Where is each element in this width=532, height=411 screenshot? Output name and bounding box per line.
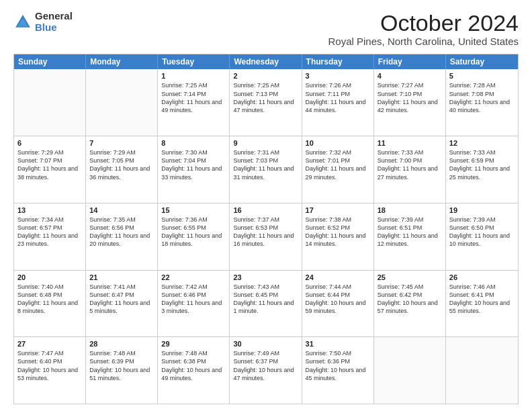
calendar-row: 20Sunrise: 7:40 AMSunset: 6:48 PMDayligh… [14,270,518,337]
day-number: 9 [233,139,298,147]
day-number: 26 [449,273,515,281]
calendar-cell: 24Sunrise: 7:44 AMSunset: 6:44 PMDayligh… [302,271,374,337]
calendar-cell: 28Sunrise: 7:48 AMSunset: 6:39 PMDayligh… [86,337,158,404]
day-number: 4 [378,72,442,80]
logo-general: General [35,11,73,22]
logo-blue: Blue [35,22,73,34]
cell-info: Sunrise: 7:33 AMSunset: 7:00 PMDaylight:… [378,148,442,181]
day-number: 27 [17,340,82,348]
calendar-cell: 11Sunrise: 7:33 AMSunset: 7:00 PMDayligh… [374,136,446,203]
cell-info: Sunrise: 7:40 AMSunset: 6:48 PMDaylight:… [17,283,82,316]
day-number: 16 [233,206,298,214]
calendar-cell: 31Sunrise: 7:50 AMSunset: 6:36 PMDayligh… [302,337,374,404]
day-number: 3 [306,72,370,80]
calendar-cell: 4Sunrise: 7:27 AMSunset: 7:10 PMDaylight… [374,69,446,136]
cell-info: Sunrise: 7:38 AMSunset: 6:52 PMDaylight:… [306,216,370,248]
calendar-cell: 18Sunrise: 7:39 AMSunset: 6:51 PMDayligh… [374,203,446,270]
calendar-cell [86,69,158,136]
day-number: 31 [306,340,370,348]
cell-info: Sunrise: 7:30 AMSunset: 7:04 PMDaylight:… [161,148,226,181]
day-number: 25 [378,273,442,281]
calendar-row: 6Sunrise: 7:29 AMSunset: 7:07 PMDaylight… [14,136,518,203]
calendar-cell: 21Sunrise: 7:41 AMSunset: 6:47 PMDayligh… [86,271,158,337]
calendar-cell: 15Sunrise: 7:36 AMSunset: 6:55 PMDayligh… [158,203,230,270]
calendar-cell [374,337,446,404]
calendar-header-cell: Friday [374,54,446,69]
day-number: 29 [161,340,226,348]
day-number: 5 [449,72,515,80]
day-number: 28 [89,340,154,348]
cell-info: Sunrise: 7:29 AMSunset: 7:05 PMDaylight:… [89,148,154,181]
day-number: 17 [306,206,370,214]
cell-info: Sunrise: 7:39 AMSunset: 6:51 PMDaylight:… [378,216,442,248]
day-number: 2 [233,72,298,80]
cell-info: Sunrise: 7:48 AMSunset: 6:38 PMDaylight:… [161,349,226,382]
calendar-cell: 1Sunrise: 7:25 AMSunset: 7:14 PMDaylight… [158,69,230,136]
cell-info: Sunrise: 7:32 AMSunset: 7:01 PMDaylight:… [306,148,370,181]
calendar-row: 13Sunrise: 7:34 AMSunset: 6:57 PMDayligh… [14,203,518,270]
header: General Blue October 2024 Royal Pines, N… [13,11,519,47]
calendar-header-cell: Sunday [14,54,86,69]
day-number: 11 [378,139,442,147]
cell-info: Sunrise: 7:33 AMSunset: 6:59 PMDaylight:… [449,148,515,181]
cell-info: Sunrise: 7:34 AMSunset: 6:57 PMDaylight:… [17,216,82,248]
cell-info: Sunrise: 7:25 AMSunset: 7:14 PMDaylight:… [161,81,226,114]
calendar-cell: 9Sunrise: 7:31 AMSunset: 7:03 PMDaylight… [230,136,302,203]
calendar-cell: 7Sunrise: 7:29 AMSunset: 7:05 PMDaylight… [86,136,158,203]
calendar-cell: 20Sunrise: 7:40 AMSunset: 6:48 PMDayligh… [14,271,86,337]
calendar-cell: 27Sunrise: 7:47 AMSunset: 6:40 PMDayligh… [14,337,86,404]
day-number: 14 [89,206,154,214]
calendar-header-cell: Saturday [446,54,518,69]
day-number: 21 [89,273,154,281]
cell-info: Sunrise: 7:47 AMSunset: 6:40 PMDaylight:… [17,349,82,382]
cell-info: Sunrise: 7:44 AMSunset: 6:44 PMDaylight:… [306,283,370,316]
calendar-header-cell: Wednesday [230,54,302,69]
cell-info: Sunrise: 7:31 AMSunset: 7:03 PMDaylight:… [233,148,298,181]
calendar-cell: 26Sunrise: 7:46 AMSunset: 6:41 PMDayligh… [446,271,518,337]
calendar-cell: 16Sunrise: 7:37 AMSunset: 6:53 PMDayligh… [230,203,302,270]
day-number: 10 [306,139,370,147]
cell-info: Sunrise: 7:45 AMSunset: 6:42 PMDaylight:… [378,283,442,316]
cell-info: Sunrise: 7:28 AMSunset: 7:08 PMDaylight:… [449,81,515,114]
calendar-body: 1Sunrise: 7:25 AMSunset: 7:14 PMDaylight… [14,69,518,404]
cell-info: Sunrise: 7:39 AMSunset: 6:50 PMDaylight:… [449,216,515,248]
calendar-cell: 25Sunrise: 7:45 AMSunset: 6:42 PMDayligh… [374,271,446,337]
day-number: 30 [233,340,298,348]
cell-info: Sunrise: 7:42 AMSunset: 6:46 PMDaylight:… [161,283,226,316]
calendar-cell: 5Sunrise: 7:28 AMSunset: 7:08 PMDaylight… [446,69,518,136]
calendar-cell [14,69,86,136]
title-block: October 2024 Royal Pines, North Carolina… [328,11,519,47]
calendar: SundayMondayTuesdayWednesdayThursdayFrid… [13,54,519,404]
cell-info: Sunrise: 7:43 AMSunset: 6:45 PMDaylight:… [233,283,298,316]
calendar-header-cell: Tuesday [158,54,230,69]
cell-info: Sunrise: 7:25 AMSunset: 7:13 PMDaylight:… [233,81,298,114]
calendar-page: General Blue October 2024 Royal Pines, N… [0,0,532,411]
location: Royal Pines, North Carolina, United Stat… [328,36,519,47]
cell-info: Sunrise: 7:37 AMSunset: 6:53 PMDaylight:… [233,216,298,248]
cell-info: Sunrise: 7:27 AMSunset: 7:10 PMDaylight:… [378,81,442,114]
cell-info: Sunrise: 7:35 AMSunset: 6:56 PMDaylight:… [89,216,154,248]
calendar-cell: 14Sunrise: 7:35 AMSunset: 6:56 PMDayligh… [86,203,158,270]
calendar-cell: 6Sunrise: 7:29 AMSunset: 7:07 PMDaylight… [14,136,86,203]
calendar-row: 27Sunrise: 7:47 AMSunset: 6:40 PMDayligh… [14,336,518,404]
calendar-cell: 29Sunrise: 7:48 AMSunset: 6:38 PMDayligh… [158,337,230,404]
calendar-cell [446,337,518,404]
calendar-header-cell: Monday [86,54,158,69]
day-number: 24 [306,273,370,281]
cell-info: Sunrise: 7:49 AMSunset: 6:37 PMDaylight:… [233,349,298,382]
day-number: 18 [378,206,442,214]
calendar-cell: 17Sunrise: 7:38 AMSunset: 6:52 PMDayligh… [302,203,374,270]
cell-info: Sunrise: 7:48 AMSunset: 6:39 PMDaylight:… [89,349,154,382]
calendar-cell: 22Sunrise: 7:42 AMSunset: 6:46 PMDayligh… [158,271,230,337]
calendar-header: SundayMondayTuesdayWednesdayThursdayFrid… [14,54,518,69]
day-number: 19 [449,206,515,214]
month-title: October 2024 [328,11,519,36]
calendar-cell: 23Sunrise: 7:43 AMSunset: 6:45 PMDayligh… [230,271,302,337]
calendar-cell: 19Sunrise: 7:39 AMSunset: 6:50 PMDayligh… [446,203,518,270]
day-number: 12 [449,139,515,147]
cell-info: Sunrise: 7:50 AMSunset: 6:36 PMDaylight:… [306,349,370,382]
cell-info: Sunrise: 7:26 AMSunset: 7:11 PMDaylight:… [306,81,370,114]
cell-info: Sunrise: 7:46 AMSunset: 6:41 PMDaylight:… [449,283,515,316]
day-number: 15 [161,206,226,214]
calendar-cell: 13Sunrise: 7:34 AMSunset: 6:57 PMDayligh… [14,203,86,270]
